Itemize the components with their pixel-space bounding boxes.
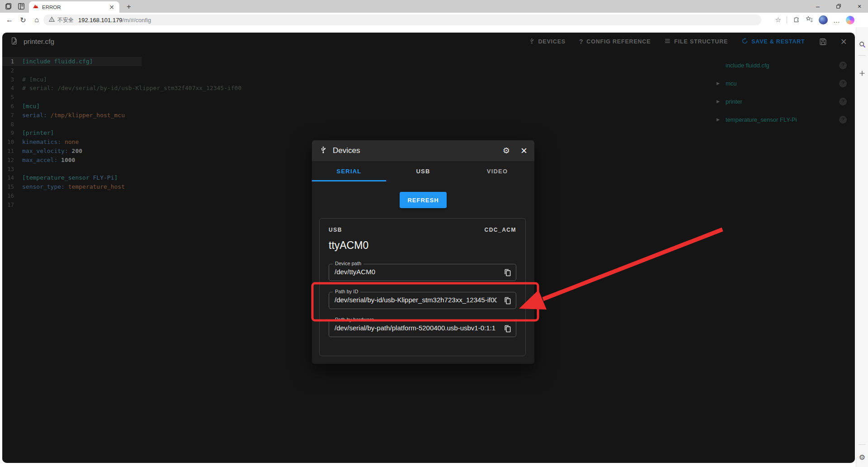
tab-close-icon[interactable]: ✕ [108,4,116,10]
edge-sidebar-rail: ⚙ [856,27,868,467]
favorite-star-icon[interactable]: ☆ [775,16,781,24]
back-icon[interactable]: ← [5,15,14,25]
field-value: /dev/serial/by-path/platform-5200400.usb… [335,320,497,336]
refresh-icon[interactable]: ↻ [18,15,28,25]
browser-tab-bar: ERROR ✕ + – × [0,0,868,13]
browser-nav-bar: ← ↻ ⌂ 不安全 192.168.101.179/m/#/config ☆ … [0,13,868,27]
field-label: Path by hardware [333,317,376,322]
not-secure-warning-icon [49,16,55,24]
modal-header: Devices ⚙ × [312,140,534,161]
device-protocol-label: CDC_ACM [485,227,517,233]
usb-icon [319,146,327,156]
browser-essentials-icon[interactable] [793,15,800,25]
new-tab-button[interactable]: + [124,2,134,12]
favorites-bar-icon[interactable] [806,15,813,25]
refresh-row: REFRESH [312,192,534,208]
page-background: printer.cfg DEVICES ? CONFIG REFERENCE [0,27,856,467]
vertical-tabs-icon[interactable] [17,2,25,10]
window-close-button[interactable]: × [853,0,866,13]
settings-gear-icon[interactable]: ⚙ [503,146,510,156]
device-card: USB CDC_ACM ttyACM0 Device path/dev/ttyA… [319,218,526,356]
field-value: /dev/serial/by-id/usb-Klipper_stm32h723x… [335,292,497,308]
fluidd-config-panel: printer.cfg DEVICES ? CONFIG REFERENCE [2,33,855,463]
device-fields: Device path/dev/ttyACM0Path by ID/dev/se… [329,264,516,337]
divider [787,16,787,24]
modal-tabs: SERIALUSBVIDEO [312,161,534,181]
devices-modal: Devices ⚙ × SERIALUSBVIDEO REFRESH USB C… [312,140,534,364]
tab-serial[interactable]: SERIAL [312,161,386,181]
modal-header-actions: ⚙ × [503,146,527,156]
window-restore-button[interactable] [832,0,845,13]
field-device-path[interactable]: Device path/dev/ttyACM0 [329,264,516,281]
device-name: ttyACM0 [329,239,516,252]
url-path: /m/#/config [123,17,151,24]
copy-icon[interactable] [501,295,513,306]
security-label: 不安全 [57,16,74,24]
url-host: 192.168.101.179 [78,17,123,24]
screen: ERROR ✕ + – × ← ↻ ⌂ 不安全 192.168.101.179/… [0,0,868,467]
more-menu-icon[interactable]: … [833,16,840,24]
refresh-button[interactable]: REFRESH [400,192,446,208]
field-path-by-id[interactable]: Path by ID/dev/serial/by-id/usb-Klipper_… [329,292,516,309]
modal-title: Devices [333,146,360,155]
copilot-icon[interactable] [846,16,854,24]
field-value: /dev/ttyACM0 [335,264,497,280]
tab-usb[interactable]: USB [386,161,460,181]
workspaces-icon[interactable] [5,2,13,10]
tab-video[interactable]: VIDEO [460,161,534,181]
device-bus-label: USB [329,227,342,233]
field-label: Device path [333,261,363,266]
browser-tab[interactable]: ERROR ✕ [29,1,119,13]
home-icon[interactable]: ⌂ [32,15,42,25]
profile-avatar[interactable] [819,15,828,24]
window-minimize-button[interactable]: – [811,0,825,13]
tab-title: ERROR [42,5,108,10]
copy-icon[interactable] [501,323,513,334]
nav-right-icons: ☆ … [775,15,854,25]
device-card-header: USB CDC_ACM [329,227,516,233]
divider [859,55,866,56]
modal-close-icon[interactable]: × [521,146,527,155]
sidebar-search-icon[interactable] [858,40,867,49]
copy-icon[interactable] [501,267,513,278]
address-bar[interactable]: 不安全 192.168.101.179/m/#/config [43,14,761,25]
field-path-by-hardware[interactable]: Path by hardware/dev/serial/by-path/plat… [329,320,516,337]
fluidd-logo-favicon [33,3,39,11]
sidebar-settings-gear-icon[interactable]: ⚙ [858,453,867,462]
field-label: Path by ID [333,289,360,294]
active-tab-underline [312,180,386,181]
sidebar-add-icon[interactable] [858,69,867,78]
divider [859,444,866,445]
